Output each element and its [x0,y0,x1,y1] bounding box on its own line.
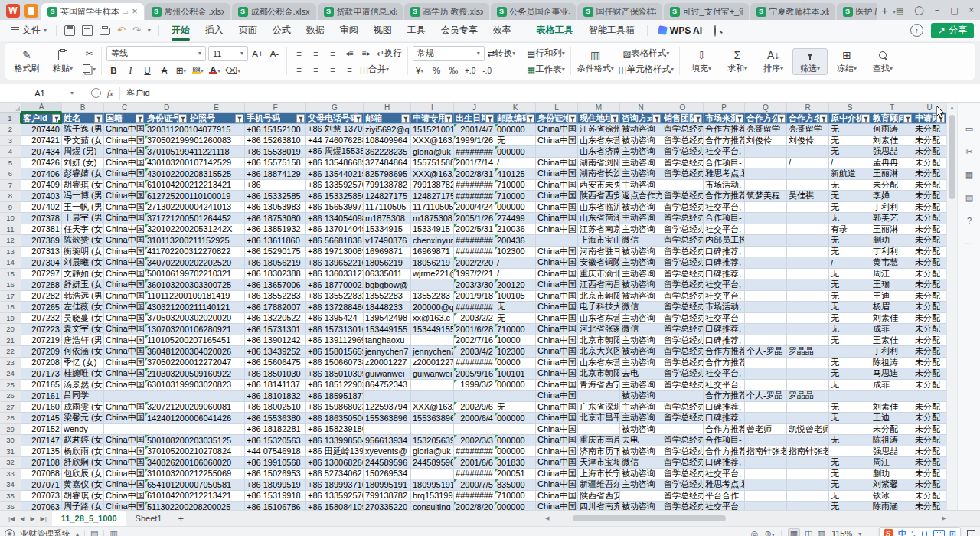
cell-A6[interactable]: 207406 [21,168,62,180]
cell-P5[interactable]: 合作项目- [704,158,745,169]
cell-L33[interactable]: China中国 [536,469,578,480]
undo-icon[interactable]: ↶ [117,25,126,36]
cell-R23[interactable] [787,358,829,369]
cell-K16[interactable]: 200120 [495,279,536,291]
cell-I14[interactable]: 18056219 [411,257,454,269]
cell-I16[interactable] [411,279,454,291]
cell-A29[interactable]: 207152 [21,424,62,436]
scroll-right-icon[interactable]: ▶ [942,515,946,521]
cell-M23[interactable]: 山东省东营 [578,358,620,369]
cell-I27[interactable]: XXX@163. [411,402,454,413]
cell-D14[interactable]: 340702200202202520 [145,257,245,269]
cell-P23[interactable]: 合作方推荐 [704,358,745,369]
header-cell-R[interactable]: 合作方名称 [787,113,829,124]
cell-O28[interactable]: 留学总经办 [662,413,704,424]
cell-Q22[interactable]: 个人-罗晶 [745,346,787,358]
cell-K35[interactable]: 710000 [495,491,536,502]
cell-N30[interactable]: 去电 [620,435,662,446]
cell-T19[interactable]: 刘素佳 [871,313,913,325]
menu-item-视图[interactable]: 视图 [366,20,400,41]
cell-M35[interactable]: 陕西省西安 [578,491,620,502]
cell-S34[interactable]: 无 [829,479,871,491]
cell-G31[interactable]: +86 田延岭13954 [306,446,364,458]
cell-F20[interactable]: +86 15731301 [245,324,306,335]
cell-C19[interactable]: China中国 [104,313,145,325]
cell-O27[interactable]: 留学总经办 [662,402,704,413]
cell-J32[interactable]: 2001/6/6 [454,457,495,469]
cell-C16[interactable]: China中国 [104,279,145,291]
cell-G30[interactable]: +86 1339985047 [306,435,364,446]
redo-icon[interactable]: ↷ [132,25,141,36]
cell-K22[interactable]: 102300 [495,346,536,358]
page-break-view-icon[interactable]: ▥ [817,529,825,536]
cell-L20[interactable]: China中国 [536,324,578,335]
cell-M25[interactable]: 青海省西宁 [578,380,620,391]
cell-J22[interactable]: 2003/4/2 [454,346,495,358]
cell-M34[interactable]: 新疆维吾尔 [578,479,620,491]
cell-H35[interactable]: 799138782 [364,491,411,502]
cell-M7[interactable]: 西安市未央 [578,180,620,191]
cell-M14[interactable]: 安徽省铜陵 [578,257,620,269]
cell-G32[interactable]: +86 1300682663 [306,457,364,469]
cell-B24[interactable]: 桂婉唯 (女) [62,368,104,380]
cell-H3[interactable]: 108409964 [364,136,411,147]
cell-S26[interactable] [829,391,871,402]
cell-G10[interactable]: +86 1340540988 [306,213,364,224]
cell-Q24[interactable] [745,368,787,380]
cell-F21[interactable]: +86 13901242 [245,335,306,347]
conditional-format-button[interactable]: ▥ 条件格式▾ [576,49,616,74]
cell-T15[interactable]: 周江 [871,269,913,280]
cell-H8[interactable]: 124827175 [364,191,411,202]
cell-H13[interactable]: 16969871 [364,247,411,258]
cell-B3[interactable]: 季文茹 (女) [62,136,104,147]
share-button[interactable]: ↗ 分享 [931,23,974,38]
cell-T25[interactable]: 成菲 [871,380,913,391]
cell-U23[interactable]: 未分配 [913,358,946,369]
cell-O16[interactable]: 留学总经办 [662,279,704,291]
cell-N23[interactable]: 主动咨询 [620,358,662,369]
filter-button[interactable] [52,114,60,123]
cell-P32[interactable]: 口碑推荐, [704,457,745,469]
worksheet-button[interactable]: ▦工作表▾ [526,63,565,76]
cell-S32[interactable]: 无 [829,457,871,469]
cell-S23[interactable]: 无 [829,358,871,369]
sidebar-tool-icon-6[interactable]: ⋯ [965,238,974,248]
cell-L9[interactable]: China中国 [536,202,578,214]
cell-I7[interactable]: 799138782 [411,180,454,191]
cell-B23[interactable]: 季忆 (女) [62,358,104,369]
cell-F13[interactable]: +86 15290175 [245,247,306,258]
wrap-text-button[interactable]: ↵换行 [376,47,403,60]
cell-R7[interactable] [787,180,829,191]
find-button[interactable]: 查找▾ [866,49,900,74]
cell-J20[interactable]: 2001/6/28 [454,324,495,335]
cell-D4[interactable]: 370105199411221118 [145,146,245,158]
cell-P11[interactable]: 社交平台, [704,224,745,236]
cell-H4[interactable]: 362228235 [364,146,411,158]
cell-N29[interactable]: 被动咨询 [620,424,662,436]
cell-M32[interactable]: 天津市宝坻 [578,457,620,469]
cell-K13[interactable]: 102300 [495,247,536,258]
cell-U35[interactable]: 未分配 [913,491,946,502]
cell-U5[interactable]: 未分配 [913,158,946,169]
sogou-ime-icon[interactable]: S [884,529,893,536]
new-tab-button[interactable]: + [877,4,893,20]
cell-I13[interactable]: 16969871 [411,247,454,258]
cell-U24[interactable]: 未分配 [913,368,946,380]
cell-R5[interactable]: / [787,158,829,169]
cell-A19[interactable]: 207232 [21,313,62,325]
formula-options-icon[interactable] [91,88,101,98]
cell-R29[interactable]: 凯悦曾老师 [787,424,829,436]
cell-S14[interactable]: / [829,257,871,269]
cell-F29[interactable]: +86 18182281 [245,424,306,436]
sheet-tab-active[interactable]: 11_28_5_1000 [52,511,126,526]
cell-N20[interactable]: 微信 [620,324,662,335]
cell-D6[interactable]: 430102200208315525 [145,168,245,180]
tab-table-tools[interactable]: 表格工具 [529,24,581,37]
filter-button[interactable] [526,114,534,123]
cell-I32[interactable]: 244589596 [411,457,454,469]
cell-D8[interactable]: 612725200110100019 [145,191,245,202]
cell-I6[interactable]: XXX@163. [411,168,454,180]
cell-P21[interactable]: 口碑推荐, [704,335,745,347]
cell-L13[interactable]: China中国 [536,247,578,258]
column-header-S[interactable]: S [829,103,871,113]
